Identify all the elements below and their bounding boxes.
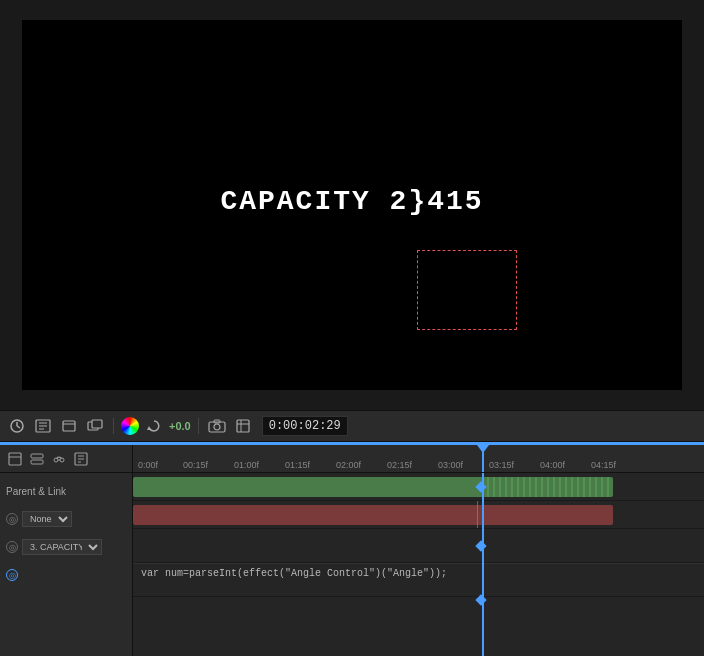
track-row-expr-text: var num=parseInt(effect("Angle Control")…	[133, 563, 704, 597]
toolbar-icon-1[interactable]	[6, 415, 28, 437]
layer-dropdown-2[interactable]: 3. CAPACITY	[22, 539, 102, 555]
svg-rect-10	[92, 420, 102, 428]
color-wheel-icon[interactable]	[121, 417, 139, 435]
display-icon[interactable]	[232, 415, 254, 437]
svg-rect-20	[31, 454, 43, 458]
toolbar: +0.0 0:00:02:29	[0, 410, 704, 442]
ruler-mark: 03:15f	[489, 460, 514, 470]
svg-point-23	[60, 458, 64, 462]
toolbar-divider-2	[198, 418, 199, 434]
ruler-mark: 01:00f	[234, 460, 259, 470]
ruler-mark: 02:15f	[387, 460, 412, 470]
expression-icon-row: ◎	[0, 561, 132, 589]
timeline-tracks[interactable]: var num=parseInt(effect("Angle Control")…	[133, 473, 704, 656]
svg-point-13	[214, 424, 220, 430]
ruler-mark: 02:00f	[336, 460, 361, 470]
tl-icon-layers[interactable]	[28, 450, 46, 468]
svg-marker-11	[147, 426, 151, 430]
tl-icon-search[interactable]	[72, 450, 90, 468]
tl-icon-compose[interactable]	[6, 450, 24, 468]
timeline-content: Parent & Link ◎ None ◎ 3. CAPACITY ◎	[0, 473, 704, 656]
expression-code[interactable]: var num=parseInt(effect("Angle Control")…	[133, 564, 704, 583]
preview-canvas: CAPACITY 2}415	[22, 20, 682, 390]
svg-line-2	[17, 426, 20, 428]
ruler-mark: 04:00f	[540, 460, 565, 470]
timeline-panel-header	[0, 445, 133, 472]
keyframe-vline-1	[477, 501, 478, 528]
preview-area: CAPACITY 2}415	[0, 0, 704, 410]
value-badge: +0.0	[169, 420, 191, 432]
parent-link-label: Parent & Link	[6, 486, 66, 497]
camera-icon[interactable]	[206, 415, 228, 437]
svg-point-22	[54, 458, 58, 462]
layer-visibility-2[interactable]: ◎	[6, 541, 18, 553]
ruler-mark: 00:15f	[183, 460, 208, 470]
ruler-mark: 01:15f	[285, 460, 310, 470]
preview-text: CAPACITY 2}415	[220, 186, 483, 217]
svg-rect-18	[9, 453, 21, 465]
rotation-icon[interactable]	[143, 415, 165, 437]
ruler-mark: 0:00f	[138, 460, 158, 470]
parent-link-row: Parent & Link	[0, 477, 132, 505]
toolbar-icon-2[interactable]	[32, 415, 54, 437]
timeline-header: 0:00f 00:15f 01:00f 01:15f 02:00f 02:15f…	[0, 445, 704, 473]
ruler-mark: 04:15f	[591, 460, 616, 470]
svg-rect-15	[237, 420, 249, 432]
layer-visibility-1[interactable]: ◎	[6, 513, 18, 525]
keyframe-expr-1[interactable]	[475, 540, 486, 551]
playhead[interactable]	[482, 473, 484, 656]
toolbar-divider-1	[113, 418, 114, 434]
timecode-display[interactable]: 0:00:02:29	[262, 416, 348, 436]
layer-row-1: ◎ None	[0, 505, 132, 533]
tl-icon-link[interactable]	[50, 450, 68, 468]
track-row-1	[133, 473, 704, 501]
selection-box	[417, 250, 517, 330]
toolbar-icon-4[interactable]	[84, 415, 106, 437]
timeline-ruler: 0:00f 00:15f 01:00f 01:15f 02:00f 02:15f…	[133, 445, 704, 472]
ruler-mark: 03:00f	[438, 460, 463, 470]
svg-rect-7	[63, 421, 75, 431]
layer-dropdown-1[interactable]: None	[22, 511, 72, 527]
track-row-expr	[133, 529, 704, 563]
keyframe-expr-2[interactable]	[475, 594, 486, 605]
timeline-left-panel: Parent & Link ◎ None ◎ 3. CAPACITY ◎	[0, 473, 133, 656]
track-row-2	[133, 501, 704, 529]
layer-row-2: ◎ 3. CAPACITY	[0, 533, 132, 561]
timeline: 0:00f 00:15f 01:00f 01:15f 02:00f 02:15f…	[0, 445, 704, 656]
expression-icon[interactable]: ◎	[6, 569, 18, 581]
toolbar-icon-3[interactable]	[58, 415, 80, 437]
svg-rect-21	[31, 460, 43, 464]
track-bar-red-1	[133, 505, 613, 525]
